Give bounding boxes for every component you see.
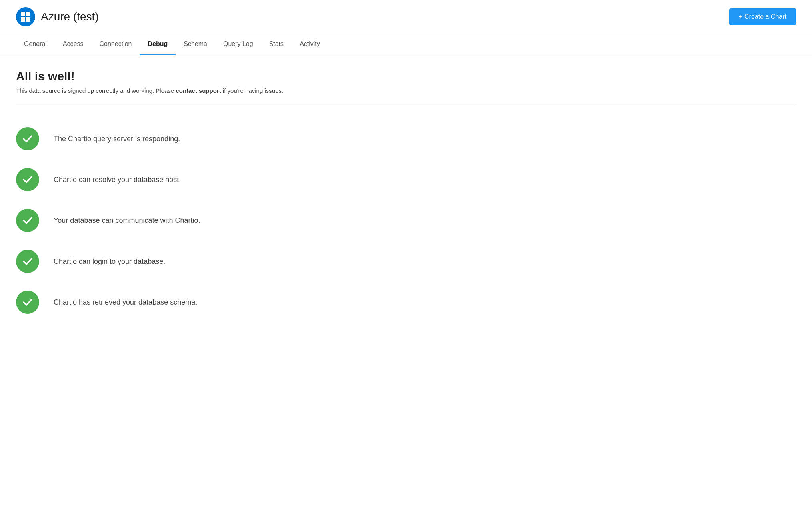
header-left: Azure (test) [16, 7, 99, 26]
svg-rect-2 [21, 17, 25, 22]
status-description-post: if you're having issues. [221, 87, 283, 94]
check-text-2: Your database can communicate with Chart… [54, 216, 200, 225]
tab-access[interactable]: Access [55, 34, 92, 55]
check-icon-1 [16, 168, 39, 191]
check-item-3: Chartio can login to your database. [16, 241, 796, 282]
check-text-3: Chartio can login to your database. [54, 257, 165, 266]
check-icon-4 [16, 291, 39, 314]
status-title: All is well! [16, 70, 796, 83]
tab-general[interactable]: General [16, 34, 55, 55]
check-icon-3 [16, 250, 39, 273]
page-title: Azure (test) [41, 10, 99, 23]
svg-rect-0 [21, 12, 25, 16]
check-icon-2 [16, 209, 39, 232]
divider [16, 104, 796, 104]
tab-debug[interactable]: Debug [140, 34, 176, 55]
status-description: This data source is signed up correctly … [16, 87, 796, 94]
tab-stats[interactable]: Stats [261, 34, 292, 55]
tab-schema[interactable]: Schema [176, 34, 215, 55]
tab-query-log[interactable]: Query Log [215, 34, 261, 55]
tab-connection[interactable]: Connection [92, 34, 140, 55]
check-list: The Chartio query server is responding. … [16, 118, 796, 323]
check-text-1: Chartio can resolve your database host. [54, 176, 181, 184]
check-icon-0 [16, 127, 39, 150]
create-chart-button[interactable]: + Create a Chart [729, 8, 796, 25]
svg-rect-1 [26, 12, 30, 16]
check-item-1: Chartio can resolve your database host. [16, 159, 796, 200]
header: Azure (test) + Create a Chart [0, 0, 812, 34]
check-text-4: Chartio has retrieved your database sche… [54, 298, 197, 307]
check-item-0: The Chartio query server is responding. [16, 118, 796, 159]
contact-support-link[interactable]: contact support [176, 87, 221, 94]
status-description-pre: This data source is signed up correctly … [16, 87, 176, 94]
nav-tabs: General Access Connection Debug Schema Q… [0, 34, 812, 55]
tab-activity[interactable]: Activity [292, 34, 328, 55]
check-text-0: The Chartio query server is responding. [54, 135, 180, 143]
svg-rect-3 [26, 17, 30, 22]
azure-logo-icon [16, 7, 35, 26]
check-item-4: Chartio has retrieved your database sche… [16, 282, 796, 323]
check-item-2: Your database can communicate with Chart… [16, 200, 796, 241]
main-content: All is well! This data source is signed … [0, 55, 812, 337]
